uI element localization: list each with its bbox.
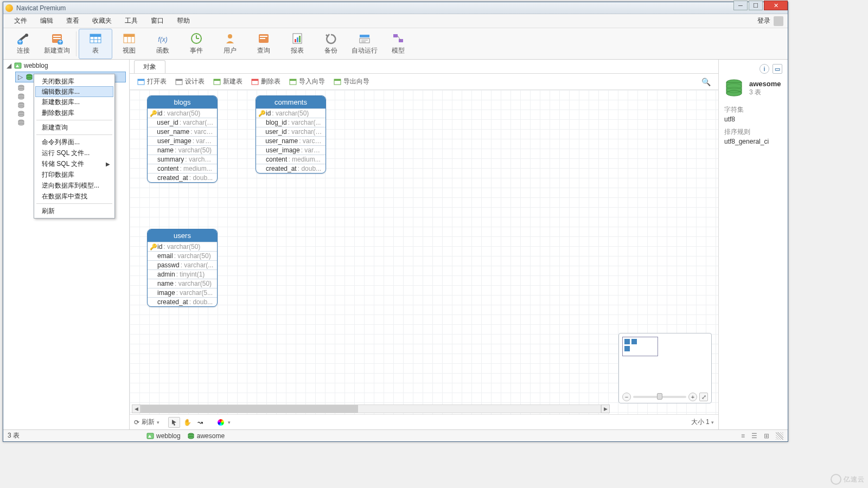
dropdown-icon[interactable]: ▾ <box>228 420 231 425</box>
minimap-viewport[interactable] <box>622 337 658 356</box>
zoom-thumb[interactable] <box>657 393 662 400</box>
database-icon[interactable] <box>17 111 25 117</box>
context-menu-item[interactable]: 删除数据库 <box>34 107 114 118</box>
refresh-button[interactable]: ⟳ 刷新 ▾ <box>134 418 159 427</box>
entity-column[interactable]: image: varchar(5... <box>148 288 217 297</box>
entity-column[interactable]: user_name: varch... <box>256 136 326 145</box>
entity-header[interactable]: comments <box>256 96 326 108</box>
context-menu-item[interactable]: 打印数据库 <box>34 169 114 180</box>
tool-event[interactable]: 事件 <box>180 29 213 59</box>
entity-column[interactable]: user_id: varchar(5... <box>148 118 217 127</box>
entity-column[interactable]: admin: tinyint(1) <box>148 269 217 279</box>
resize-grip-icon[interactable] <box>776 432 783 440</box>
context-menu-item[interactable]: 命令列界面... <box>34 137 114 147</box>
zoom-out-button[interactable]: − <box>622 393 631 401</box>
context-menu-item[interactable]: 关闭数据库 <box>34 76 114 87</box>
tab-objects[interactable]: 对象 <box>134 60 165 73</box>
database-icon[interactable] <box>17 85 25 91</box>
view-list-icon[interactable]: ≡ <box>741 432 745 440</box>
entity-column[interactable]: content: medium... <box>148 164 217 173</box>
scroll-thumb[interactable] <box>141 405 358 413</box>
menu-查看[interactable]: 查看 <box>60 14 86 28</box>
tool-func[interactable]: f(x)函数 <box>146 29 180 59</box>
tool-user[interactable]: 用户 <box>213 29 247 59</box>
entity-column[interactable]: created_at: doub... <box>256 164 326 173</box>
context-menu-item[interactable]: 在数据库中查找 <box>34 191 114 202</box>
info-icon[interactable]: i <box>760 64 769 74</box>
entity-column[interactable]: name: varchar(50) <box>148 145 217 155</box>
diagram-canvas[interactable]: blogs🔑id: varchar(50)user_id: varchar(5.… <box>130 90 718 414</box>
context-menu-item[interactable]: 新建数据库... <box>34 97 114 107</box>
subtool-import[interactable]: 导入向导 <box>286 76 328 87</box>
pointer-tool-button[interactable] <box>168 417 180 428</box>
subtool-del[interactable]: 删除表 <box>248 76 284 87</box>
context-menu-item[interactable]: 编辑数据库... <box>35 86 113 97</box>
subtool-design[interactable]: 设计表 <box>172 76 208 87</box>
tool-report[interactable]: 报表 <box>280 29 314 59</box>
search-icon[interactable]: 🔍 <box>701 78 714 86</box>
tool-table[interactable]: 表 <box>79 29 112 59</box>
tool-query2[interactable]: 查询 <box>247 29 280 59</box>
entity-column[interactable]: summary: varcha... <box>148 155 217 164</box>
context-menu-item[interactable]: 转储 SQL 文件▶ <box>34 158 114 169</box>
menu-收藏夹[interactable]: 收藏夹 <box>86 14 118 28</box>
color-tool-button[interactable] <box>215 417 227 428</box>
entity-column[interactable]: name: varchar(50) <box>148 279 217 288</box>
entity-column[interactable]: created_at: doub... <box>148 173 217 182</box>
menu-编辑[interactable]: 编辑 <box>34 14 60 28</box>
entity-column[interactable]: 🔑id: varchar(50) <box>148 242 217 251</box>
entity-blogs[interactable]: blogs🔑id: varchar(50)user_id: varchar(5.… <box>147 95 218 183</box>
context-menu-item[interactable]: 运行 SQL 文件... <box>34 147 114 158</box>
menu-文件[interactable]: 文件 <box>8 14 34 28</box>
dropdown-icon[interactable]: ▾ <box>157 420 159 425</box>
window-close-button[interactable]: ✕ <box>764 1 788 10</box>
entity-column[interactable]: user_name: varch... <box>148 127 217 136</box>
context-menu-item[interactable]: 逆向数据库到模型... <box>34 180 114 191</box>
zoom-slider[interactable]: − + ⤢ <box>622 393 708 401</box>
entity-column[interactable]: user_image: varc... <box>256 145 326 155</box>
ddl-icon[interactable]: ▭ <box>773 64 782 74</box>
tree-connection-node[interactable]: ◢ webblog <box>3 60 129 72</box>
relation-tool-button[interactable]: ↝ <box>194 417 206 428</box>
entity-column[interactable]: email: varchar(50) <box>148 251 217 260</box>
login-link[interactable]: 登录 <box>757 16 770 25</box>
tool-conn[interactable]: +连接 <box>7 29 40 59</box>
menu-窗口[interactable]: 窗口 <box>144 14 170 28</box>
entity-column[interactable]: passwd: varchar(... <box>148 260 217 269</box>
scroll-left-button[interactable]: ◀ <box>132 404 141 413</box>
entity-column[interactable]: content: medium... <box>256 155 326 164</box>
minimap-navigator[interactable]: − + ⤢ <box>618 333 712 403</box>
expand-icon[interactable]: ◢ <box>7 62 12 69</box>
zoom-in-button[interactable]: + <box>688 393 697 401</box>
tool-backup[interactable]: 备份 <box>314 29 348 59</box>
database-icon[interactable] <box>17 102 25 108</box>
entity-column[interactable]: blog_id: varchar(... <box>256 118 326 127</box>
entity-column[interactable]: user_image: varc... <box>148 136 217 145</box>
entity-column[interactable]: 🔑id: varchar(50) <box>256 108 326 118</box>
context-menu-item[interactable]: 刷新 <box>34 206 114 216</box>
entity-users[interactable]: users🔑id: varchar(50)email: varchar(50)p… <box>147 229 218 307</box>
tool-query[interactable]: +新建查询 <box>40 29 74 59</box>
database-icon[interactable] <box>17 93 25 100</box>
avatar-icon[interactable] <box>774 16 783 26</box>
menu-帮助[interactable]: 帮助 <box>170 14 196 28</box>
entity-comments[interactable]: comments🔑id: varchar(50)blog_id: varchar… <box>256 95 326 174</box>
database-icon[interactable] <box>17 119 25 126</box>
zoom-track[interactable] <box>633 396 686 398</box>
view-detail-icon[interactable]: ☰ <box>751 432 757 440</box>
subtool-new[interactable]: 新建表 <box>210 76 246 87</box>
horizontal-scrollbar[interactable]: ◀ ▶ <box>132 404 610 413</box>
entity-column[interactable]: 🔑id: varchar(50) <box>148 108 217 118</box>
entity-header[interactable]: users <box>148 229 217 242</box>
tool-view[interactable]: 视图 <box>112 29 146 59</box>
tool-auto[interactable]: 自动运行 <box>348 29 381 59</box>
scroll-right-button[interactable]: ▶ <box>601 404 610 413</box>
subtool-open[interactable]: 打开表 <box>134 76 170 87</box>
zoom-fit-button[interactable]: ⤢ <box>699 393 708 401</box>
window-minimize-button[interactable]: ─ <box>733 1 748 10</box>
hand-tool-button[interactable]: ✋ <box>181 417 193 428</box>
context-menu-item[interactable]: 新建查询 <box>34 122 114 133</box>
menu-工具[interactable]: 工具 <box>118 14 144 28</box>
entity-header[interactable]: blogs <box>148 96 217 108</box>
entity-column[interactable]: user_id: varchar(5... <box>256 127 326 136</box>
